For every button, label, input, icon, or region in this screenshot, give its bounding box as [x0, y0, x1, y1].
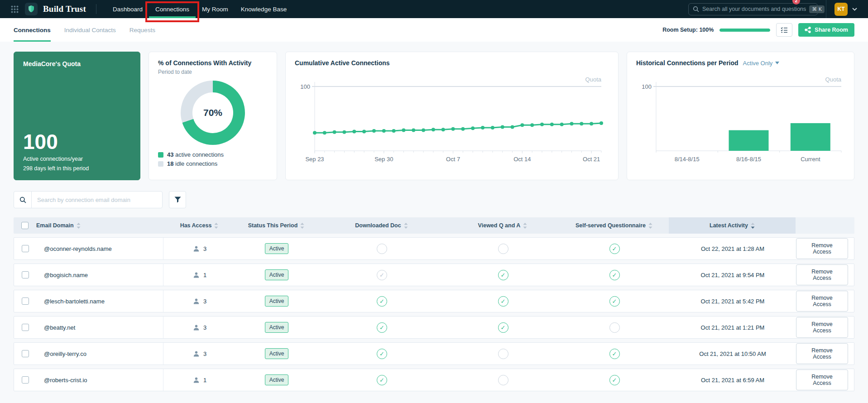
remove-access-button[interactable]: Remove Access	[796, 238, 848, 259]
latest-activity-cell: Oct 21, 2021 at 5:42 PM	[669, 298, 796, 305]
app-grid-icon[interactable]	[11, 5, 19, 13]
row-checkbox[interactable]	[22, 350, 29, 357]
person-icon	[193, 377, 200, 384]
tab-individual-contacts[interactable]: Individual Contacts	[64, 18, 116, 42]
line-chart: Quota100Sep 23Sep 30Oct 7Oct 14Oct 21	[295, 69, 609, 173]
avatar[interactable]: KT	[834, 3, 848, 16]
global-search-placeholder: Search all your documents and questions	[702, 6, 806, 12]
status-badge: Active	[265, 296, 289, 307]
nav-item-dashboard[interactable]: Dashboard	[106, 0, 149, 18]
col-status-this-period[interactable]: Status This Period	[235, 217, 317, 234]
row-checkbox[interactable]	[22, 297, 29, 305]
remove-access-button[interactable]: Remove Access	[796, 264, 848, 285]
svg-text:8/14-8/15: 8/14-8/15	[675, 156, 700, 163]
sort-icon	[214, 223, 218, 229]
donut-ring: 70%	[181, 81, 245, 145]
row-checkbox[interactable]	[22, 245, 29, 252]
table-row: @oconner-reynolds.name 3 Active Oct 22, …	[14, 237, 854, 260]
nav-item-my-room[interactable]: My Room	[196, 0, 235, 18]
quota-line1: Active connections/year	[23, 156, 131, 162]
share-icon	[805, 27, 811, 33]
status-badge: Active	[265, 322, 289, 333]
select-all-checkbox[interactable]	[21, 222, 29, 229]
table-row: @oreilly-terry.co 3 Active Oct 21, 2021 …	[14, 342, 854, 365]
divider	[96, 4, 96, 14]
access-count: 1	[203, 272, 206, 278]
share-room-button[interactable]: Share Room	[798, 23, 854, 37]
table-row: @lesch-bartoletti.name 3 Active Oct 21, …	[14, 290, 854, 312]
filter-button[interactable]	[169, 191, 186, 208]
remove-access-button[interactable]: Remove Access	[796, 317, 848, 338]
col-actions	[796, 217, 854, 234]
person-icon	[193, 298, 200, 305]
remove-access-button[interactable]: Remove Access	[796, 369, 848, 390]
person-icon	[193, 272, 200, 278]
has-access-cell: 3	[163, 324, 236, 331]
latest-activity-cell: Oct 21, 2021 at 10:50 AM	[669, 350, 796, 357]
latest-activity-cell: Oct 21, 2021 at 9:54 PM	[669, 272, 796, 278]
summary-cards: MediaCore's Quota 100 Active connections…	[14, 52, 854, 180]
questionnaire-status-icon	[609, 375, 620, 385]
sub-header: Connections Individual Contacts Requests…	[0, 18, 868, 42]
downloaded-doc-status-icon	[377, 296, 387, 307]
quota-card: MediaCore's Quota 100 Active connections…	[14, 52, 140, 180]
row-checkbox[interactable]	[22, 324, 29, 331]
questionnaire-status-icon	[609, 322, 620, 333]
top-navbar: Build Trust Dashboard Connections My Roo…	[0, 0, 868, 18]
room-setup-area: Room Setup: 100% Share Room	[662, 23, 854, 37]
table-body: @oconner-reynolds.name 3 Active Oct 22, …	[14, 237, 854, 391]
remove-access-button[interactable]: Remove Access	[796, 291, 848, 312]
donut-chart: 70%	[158, 81, 268, 145]
chevron-down-icon[interactable]	[852, 8, 857, 11]
connections-table: Email Domain Has Access Status This Peri…	[14, 217, 854, 391]
domain-search-input[interactable]	[31, 191, 163, 208]
status-badge: Active	[265, 269, 289, 280]
email-domain-cell: @oconner-reynolds.name	[37, 238, 163, 259]
email-domain-cell: @oreilly-terry.co	[37, 343, 163, 365]
setup-checklist-button[interactable]	[776, 23, 792, 37]
active-only-dropdown[interactable]: Active Only	[743, 60, 780, 67]
latest-activity-cell: Oct 22, 2021 at 1:28 AM	[669, 245, 796, 252]
svg-text:Quota: Quota	[585, 76, 602, 83]
downloaded-doc-status-icon	[377, 375, 387, 385]
domain-search-icon-box	[14, 191, 32, 208]
col-email-domain[interactable]: Email Domain	[36, 217, 163, 234]
downloaded-doc-status-icon	[377, 244, 387, 254]
svg-text:8/16-8/15: 8/16-8/15	[736, 156, 761, 163]
nav-item-connections[interactable]: Connections	[149, 0, 196, 18]
global-search-input[interactable]: Search all your documents and questions …	[688, 3, 818, 15]
email-domain-cell: @bogisich.name	[37, 264, 163, 286]
table-toolbar	[14, 191, 854, 208]
room-setup-progressbar	[719, 29, 770, 32]
divider	[826, 0, 826, 18]
viewed-qa-status-icon	[498, 244, 508, 254]
person-icon	[193, 324, 200, 331]
col-has-access[interactable]: Has Access	[163, 217, 235, 234]
svg-text:100: 100	[642, 83, 652, 90]
questionnaire-status-icon	[609, 270, 620, 280]
svg-text:Oct 7: Oct 7	[446, 156, 460, 163]
bar-chart: Quota1008/14-8/158/16-8/15Current	[636, 69, 846, 173]
questionnaire-status-icon	[609, 349, 620, 359]
svg-text:Oct 21: Oct 21	[583, 156, 600, 163]
email-domain-cell: @lesch-bartoletti.name	[37, 290, 163, 312]
status-badge: Active	[265, 243, 289, 254]
table-row: @bogisich.name 1 Active Oct 21, 2021 at …	[14, 264, 854, 286]
svg-text:100: 100	[300, 83, 310, 90]
sort-icon	[523, 223, 527, 229]
remove-access-button[interactable]: Remove Access	[796, 343, 848, 364]
row-checkbox[interactable]	[22, 376, 29, 384]
tab-connections[interactable]: Connections	[14, 18, 51, 42]
col-viewed-q-and-a[interactable]: Viewed Q and A	[446, 217, 559, 234]
tab-requests[interactable]: Requests	[129, 18, 155, 42]
app-logo[interactable]	[25, 3, 38, 15]
row-checkbox[interactable]	[22, 271, 29, 278]
col-latest-activity[interactable]: Latest Activity	[669, 217, 796, 234]
access-count: 3	[203, 298, 206, 305]
search-icon	[19, 197, 26, 203]
viewed-qa-status-icon	[498, 322, 508, 333]
nav-item-knowledge-base[interactable]: Knowledge Base	[235, 0, 293, 18]
access-count: 3	[203, 324, 206, 331]
col-self-served-questionnaire[interactable]: Self-served Questionnaire	[559, 217, 669, 234]
col-downloaded-doc[interactable]: Downloaded Doc	[317, 217, 446, 234]
